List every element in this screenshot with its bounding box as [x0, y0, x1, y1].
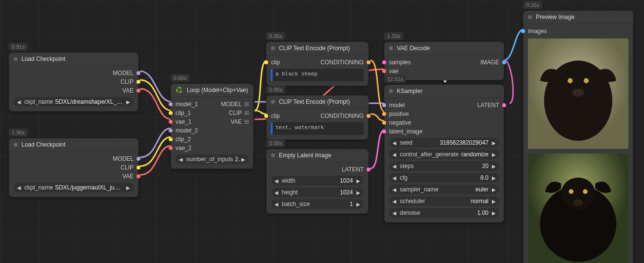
node-clip-encode-positive[interactable]: 0.36s CLIP Text Encode (Prompt) clipCOND…	[266, 42, 369, 86]
arrow-left-icon[interactable]: ◀	[16, 185, 22, 190]
preview-thumbnail-1[interactable]	[528, 38, 628, 149]
timing-badge: 0.16s	[523, 1, 542, 9]
node-loop[interactable]: 0.00s ♻️Loop (Model+Clip+Vae) model_1MOD…	[171, 84, 254, 169]
node-ksampler[interactable]: 12.51s KSampler modelLATENT positive neg…	[384, 85, 504, 223]
svg-point-11	[569, 189, 573, 193]
port-vae1-in[interactable]	[169, 120, 173, 124]
collapse-dot-icon[interactable]	[14, 143, 18, 147]
collapse-dot-icon[interactable]	[271, 100, 275, 104]
prompt-textarea[interactable]: a black sheep	[271, 69, 364, 81]
widget-scheduler[interactable]: ◀schedulernormal▶	[389, 196, 499, 206]
port-latent-out[interactable]	[367, 168, 371, 171]
output-label: CLIP	[120, 78, 134, 85]
arrow-right-icon[interactable]: ▶	[125, 99, 132, 105]
port-model-in[interactable]	[382, 103, 386, 107]
port-vae-out[interactable]	[137, 174, 140, 178]
port-clip-out[interactable]	[137, 80, 140, 84]
node-title: Loop (Model+Clip+Vae)	[187, 87, 248, 94]
timing-badge: 0.91s	[9, 43, 28, 51]
port-clip-out-multi[interactable]	[245, 111, 249, 115]
port-images-in[interactable]	[521, 29, 525, 33]
port-negative-in[interactable]	[382, 121, 386, 125]
output-label: CLIP	[120, 164, 134, 171]
svg-point-6	[584, 78, 588, 83]
port-clip-in[interactable]	[264, 114, 268, 118]
node-title: Load Checkpoint	[21, 56, 65, 62]
port-model-out[interactable]	[137, 157, 140, 161]
recycle-icon: ♻️	[176, 87, 183, 94]
timing-badge: 0.36s	[266, 32, 285, 40]
svg-point-7	[572, 89, 585, 96]
svg-point-13	[573, 199, 584, 206]
svg-point-12	[583, 189, 587, 193]
port-clip2-in[interactable]	[169, 137, 173, 141]
prompt-textarea[interactable]: text, watermark	[271, 122, 364, 135]
port-model-out-multi[interactable]	[245, 102, 249, 106]
node-load-checkpoint-1[interactable]: 0.91s Load Checkpoint MODEL CLIP VAE ◀ck…	[9, 53, 138, 112]
widget-ckpt-name[interactable]: ◀ckpt_nameSDXL/juggernautXL_juggXI...▶	[14, 183, 134, 192]
port-clip-out[interactable]	[137, 166, 140, 169]
timing-badge: 12.51s	[384, 75, 406, 83]
node-preview-image[interactable]: 0.16s Preview Image images	[523, 11, 633, 263]
port-conditioning-out[interactable]	[367, 114, 371, 118]
port-vae-out-multi[interactable]	[245, 120, 249, 124]
arrow-left-icon[interactable]: ◀	[16, 99, 22, 105]
port-image-out[interactable]	[502, 60, 506, 64]
collapse-dot-icon[interactable]	[528, 15, 532, 19]
timing-badge: 1.90s	[9, 129, 28, 136]
arrow-right-icon[interactable]: ▶	[240, 157, 247, 162]
output-label: MODEL	[113, 155, 134, 162]
output-label: VAE	[122, 87, 134, 94]
widget-seed[interactable]: ◀seed318562382029047▶	[389, 138, 499, 148]
port-latent-in[interactable]	[382, 130, 386, 133]
output-label: VAE	[122, 173, 134, 180]
node-load-checkpoint-2[interactable]: 1.90s Load Checkpoint MODEL CLIP VAE ◀ck…	[9, 138, 138, 197]
collapse-dot-icon[interactable]	[14, 57, 18, 61]
node-clip-encode-negative[interactable]: 0.06s CLIP Text Encode (Prompt) clipCOND…	[266, 95, 369, 140]
port-conditioning-out[interactable]	[367, 60, 371, 64]
timing-badge: 1.10s	[384, 32, 403, 40]
node-title: Load Checkpoint	[21, 141, 65, 148]
arrow-right-icon[interactable]: ▶	[125, 185, 132, 190]
widget-control-after-generate[interactable]: ◀control_after_generaterandomize▶	[389, 150, 499, 159]
port-samples-in[interactable]	[382, 60, 386, 64]
timing-badge: 0.00s	[266, 139, 285, 147]
port-clip1-in[interactable]	[169, 111, 173, 115]
port-model2-in[interactable]	[169, 129, 173, 132]
node-title: CLIP Text Encode (Prompt)	[279, 45, 350, 52]
port-latent-out[interactable]	[502, 103, 506, 107]
svg-point-5	[567, 78, 572, 83]
timing-badge: 0.00s	[171, 74, 190, 82]
node-title: CLIP Text Encode (Prompt)	[279, 98, 350, 105]
node-empty-latent[interactable]: 0.00s Empty Latent Image LATENT ◀width10…	[266, 149, 369, 214]
widget-cfg[interactable]: ◀cfg8.0▶	[389, 173, 499, 183]
port-model1-in[interactable]	[169, 102, 173, 106]
node-graph-canvas[interactable]: 0.91s Load Checkpoint MODEL CLIP VAE ◀ck…	[0, 0, 644, 263]
collapse-dot-icon[interactable]	[271, 46, 275, 50]
output-label: MODEL	[113, 70, 134, 76]
collapse-dot-icon[interactable]	[389, 89, 393, 93]
widget-ckpt-name[interactable]: ◀ckpt_nameSDXL/dreamshaperXL_alpha...▶	[14, 97, 134, 107]
collapse-dot-icon[interactable]	[389, 46, 393, 50]
widget-denoise[interactable]: ◀denoise1.00▶	[389, 208, 499, 218]
preview-thumbnail-2[interactable]	[528, 153, 628, 263]
timing-badge: 0.06s	[266, 86, 285, 94]
port-positive-in[interactable]	[382, 112, 386, 116]
port-vae-in[interactable]	[382, 69, 386, 73]
node-title: KSampler	[397, 88, 423, 94]
widget-num-inputs[interactable]: ◀number_of_inputs2▶	[176, 154, 249, 164]
widget-sampler-name[interactable]: ◀sampler_nameeuler▶	[389, 185, 499, 194]
widget-steps[interactable]: ◀steps20▶	[389, 161, 499, 171]
collapse-dot-icon[interactable]	[271, 153, 275, 157]
widget-height[interactable]: ◀height1024▶	[271, 188, 364, 197]
port-clip-in[interactable]	[264, 60, 268, 64]
widget-batch-size[interactable]: ◀batch_size1▶	[271, 199, 364, 209]
node-title: Empty Latent Image	[279, 152, 331, 159]
node-title: Preview Image	[536, 14, 574, 20]
arrow-left-icon[interactable]: ◀	[177, 157, 184, 162]
port-vae2-in[interactable]	[169, 146, 173, 150]
node-title: VAE Decode	[397, 45, 430, 52]
port-model-out[interactable]	[137, 71, 140, 75]
port-vae-out[interactable]	[137, 89, 140, 93]
widget-width[interactable]: ◀width1024▶	[271, 176, 364, 186]
